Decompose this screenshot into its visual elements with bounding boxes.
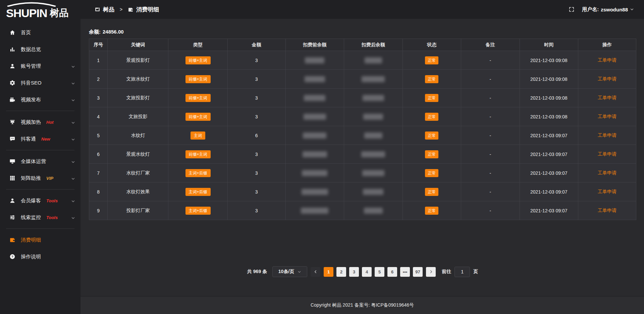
sidebar-item-video-heating[interactable]: 视频加热Hot (0, 114, 80, 130)
svg-text:?: ? (11, 255, 13, 258)
sidebar-item-label: 视频加热 (21, 119, 41, 125)
chevron-down-icon (71, 137, 75, 141)
pagination-page-5[interactable]: 5 (375, 267, 384, 277)
home-icon (9, 30, 15, 36)
cell-balance-before (285, 70, 344, 89)
cell-time: 2021-12-03 09:07 (520, 182, 578, 201)
cell-amount: 3 (227, 164, 285, 182)
sidebar-item-home[interactable]: 首页 (0, 24, 80, 41)
chevron-down-icon (71, 159, 75, 163)
work-order-link[interactable]: 工单申请 (598, 151, 616, 157)
cell-balance-before (285, 145, 344, 164)
sidebar-item-douketong[interactable]: 抖客通New (0, 130, 80, 147)
cell-type: 前缀+主词 (168, 145, 227, 164)
sidebar-divider (6, 150, 74, 150)
cell-index: 2 (89, 70, 108, 89)
chevron-down-icon (71, 120, 75, 124)
sidebar-item-member-baoke[interactable]: 会员爆客Tools (0, 192, 80, 209)
sidebar-item-badge: VIP (46, 176, 53, 181)
type-badge: 主词+后缀 (185, 188, 211, 196)
fullscreen-icon[interactable] (569, 6, 575, 12)
pagination-page-6[interactable]: 6 (387, 267, 397, 277)
cell-keyword: 文旅水纹灯 (108, 70, 168, 89)
cell-keyword: 水纹灯 (108, 126, 168, 145)
user-menu[interactable]: 用户名: zswodun88 (582, 6, 634, 13)
sidebar-item-data-overview[interactable]: 数据总览 (0, 41, 80, 58)
sidebar-item-matrix-boost[interactable]: 矩阵助推VIP (0, 170, 80, 187)
cell-action: 工单申请 (578, 201, 636, 220)
page-size-select[interactable]: 10条/页 (272, 266, 307, 277)
cell-time: 2021-12-03 09:08 (520, 51, 578, 70)
work-order-link[interactable]: 工单申请 (598, 57, 616, 63)
table-row: 4文旅投影前缀+主词3正常-2021-12-03 09:08工单申请 (89, 107, 636, 126)
cell-balance-before (285, 126, 344, 145)
work-order-link[interactable]: 工单申请 (598, 133, 616, 138)
cell-remark: - (461, 145, 520, 164)
column-header: 时间 (520, 39, 578, 51)
sidebar-item-account-management[interactable]: 账号管理 (0, 58, 80, 74)
sidebar-item-media-operation[interactable]: 全媒体运营 (0, 153, 80, 170)
blurred-value (364, 208, 383, 214)
chevron-down-icon (71, 176, 75, 180)
pagination-prev-button[interactable] (311, 267, 320, 277)
table-row: 7水纹灯厂家主词+后缀3正常-2021-12-03 09:07工单申请 (89, 164, 636, 182)
cell-status: 正常 (402, 70, 461, 89)
blurred-value (361, 151, 385, 157)
question-icon: ? (9, 254, 15, 260)
video-camera-icon (9, 97, 15, 103)
sidebar-item-badge: Tools (46, 215, 58, 220)
cell-keyword: 水纹灯厂家 (108, 164, 168, 182)
blurred-value (302, 189, 328, 195)
chevron-down-icon (298, 270, 301, 274)
goto-suffix: 页 (473, 269, 478, 275)
cell-status: 正常 (402, 201, 461, 220)
cell-balance-after (344, 182, 403, 201)
work-order-link[interactable]: 工单申请 (598, 76, 616, 82)
sidebar-divider (6, 111, 74, 111)
pagination-ellipsis-button[interactable]: ••• (400, 267, 410, 277)
cell-index: 1 (89, 51, 108, 70)
logo: SHUPIN 树品 (0, 0, 80, 21)
cell-status: 正常 (402, 145, 461, 164)
cell-keyword: 文旅投影 (108, 107, 168, 126)
work-order-link[interactable]: 工单申请 (598, 95, 616, 100)
cell-index: 6 (89, 145, 108, 164)
pagination-page-1[interactable]: 1 (324, 267, 333, 277)
work-order-link[interactable]: 工单申请 (598, 170, 616, 175)
blurred-value (363, 114, 383, 120)
user-icon (9, 198, 15, 204)
pagination-page-3[interactable]: 3 (349, 267, 359, 277)
sidebar-item-clue-monitor[interactable]: 线索监控Tools (0, 209, 80, 226)
cell-keyword: 景观投影灯 (108, 51, 168, 70)
chevron-left-icon (314, 270, 318, 274)
cell-remark: - (461, 70, 520, 89)
sidebar-item-video-publish[interactable]: 视频发布 (0, 91, 80, 108)
work-order-link[interactable]: 工单申请 (598, 114, 616, 119)
sidebar-item-douyin-seo[interactable]: 抖音SEO (0, 74, 80, 91)
cell-amount: 3 (227, 89, 285, 107)
app-root: SHUPIN 树品 首页数据总览账号管理抖音SEO视频发布视频加热Hot抖客通N… (0, 0, 644, 314)
sidebar-item-operation-guide[interactable]: ?操作说明 (0, 248, 80, 265)
breadcrumb-item-shupin[interactable]: 树品 (95, 6, 114, 13)
consumption-table: 序号关键词类型金额扣费前余额扣费后余额状态备注时间操作 1景观投影灯前缀+主词3… (89, 39, 636, 220)
balance: 余额:24856.00 (89, 29, 636, 35)
blurred-value (362, 170, 384, 176)
pagination-next-button[interactable] (426, 267, 436, 277)
pagination-page-2[interactable]: 2 (336, 267, 346, 277)
pagination-page-97[interactable]: 97 (413, 267, 423, 277)
balance-value: 24856.00 (103, 29, 124, 35)
work-order-link[interactable]: 工单申请 (598, 189, 616, 194)
work-order-link[interactable]: 工单申请 (598, 208, 616, 213)
goto-page-input[interactable] (454, 267, 470, 277)
sidebar-item-consumption-detail[interactable]: 消费明细 (0, 231, 80, 248)
cell-amount: 3 (227, 201, 285, 220)
cell-remark: - (461, 182, 520, 201)
pagination-page-4[interactable]: 4 (362, 267, 372, 277)
logo-arc (7, 2, 56, 7)
pagination-total: 共 969 条 (247, 269, 267, 275)
cell-type: 前缀+主词 (168, 89, 227, 107)
cell-action: 工单申请 (578, 126, 636, 145)
sidebar-item-label: 全媒体运营 (21, 158, 46, 165)
cell-amount: 3 (227, 51, 285, 70)
table-row: 5水纹灯主词6正常-2021-12-03 09:07工单申请 (89, 126, 636, 145)
